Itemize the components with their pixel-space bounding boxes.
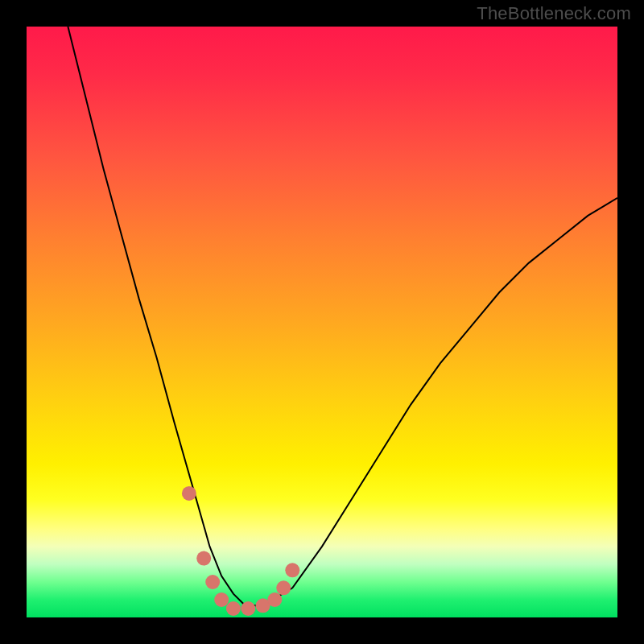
highlight-dot [241, 601, 255, 616]
highlight-dot [267, 592, 282, 607]
highlight-dots-group [182, 486, 299, 616]
plot-area [27, 27, 617, 617]
chart-svg [27, 27, 617, 617]
highlight-dot [226, 601, 241, 616]
highlight-dot [182, 486, 196, 501]
highlight-dot [205, 575, 220, 589]
highlight-dot [276, 580, 291, 595]
bottleneck-curve [68, 27, 617, 605]
chart-frame: TheBottleneck.com [0, 0, 644, 644]
highlight-dot [285, 563, 299, 577]
highlight-dot [196, 551, 211, 566]
highlight-dot [214, 592, 229, 607]
watermark-label: TheBottleneck.com [477, 3, 631, 24]
